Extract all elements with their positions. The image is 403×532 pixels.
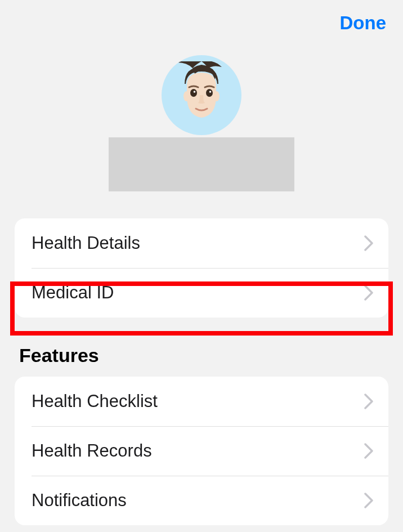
medical-id-row[interactable]: Medical ID <box>15 268 388 318</box>
done-button[interactable]: Done <box>340 12 387 34</box>
health-details-row[interactable]: Health Details <box>15 218 388 268</box>
health-records-row[interactable]: Health Records <box>15 426 388 476</box>
features-section-title: Features <box>19 345 403 366</box>
svg-point-1 <box>206 89 213 97</box>
svg-point-3 <box>209 91 212 93</box>
svg-point-0 <box>190 89 197 97</box>
top-bar: Done <box>0 0 403 34</box>
chevron-right-icon <box>364 443 374 459</box>
profile-name-placeholder <box>109 137 294 191</box>
features-group: Health Checklist Health Records Notifica… <box>15 377 388 525</box>
memoji-icon <box>168 61 235 129</box>
row-label: Health Checklist <box>32 391 158 412</box>
chevron-right-icon <box>364 285 374 301</box>
row-label: Notifications <box>32 490 127 511</box>
chevron-right-icon <box>364 493 374 508</box>
profile-settings-group: Health Details Medical ID <box>15 218 388 318</box>
chevron-right-icon <box>364 394 374 409</box>
chevron-right-icon <box>364 235 374 251</box>
svg-point-4 <box>183 91 189 101</box>
svg-point-2 <box>194 91 196 93</box>
row-label: Medical ID <box>32 283 114 303</box>
notifications-row[interactable]: Notifications <box>15 476 388 525</box>
svg-point-5 <box>214 91 220 101</box>
health-checklist-row[interactable]: Health Checklist <box>15 377 388 426</box>
profile-block <box>0 55 403 191</box>
row-label: Health Details <box>32 233 140 253</box>
avatar[interactable] <box>162 55 241 135</box>
row-label: Health Records <box>32 441 152 461</box>
